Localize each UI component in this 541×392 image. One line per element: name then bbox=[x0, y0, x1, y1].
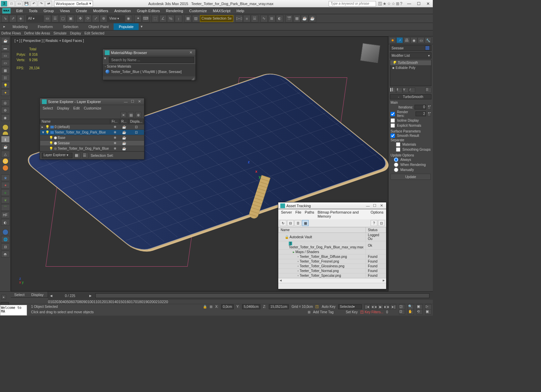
snap-icon[interactable]: ⊞ bbox=[210, 305, 212, 309]
keymode-dropdown[interactable]: Selected ▾ bbox=[338, 304, 362, 309]
tab-populate[interactable]: Populate bbox=[114, 23, 138, 30]
cylinder-icon[interactable]: ▮ bbox=[1, 136, 10, 143]
calc-icon[interactable]: ☷ bbox=[1, 74, 10, 81]
update-always-radio[interactable] bbox=[394, 157, 398, 162]
layers-icon[interactable]: ☱ bbox=[251, 15, 258, 22]
mirror-icon[interactable]: ▷◁ bbox=[235, 15, 243, 22]
asset-row[interactable]: ▫ Teeter_Totter_Normal.pngFound bbox=[279, 269, 386, 273]
iterations-spinner[interactable]: 0 bbox=[415, 105, 426, 109]
layer-row[interactable]: ▼💡Teeter_Totter_for_Dog_Park_Blue❄☕⊡ bbox=[40, 130, 144, 135]
spiral-icon[interactable]: ◉ bbox=[1, 114, 10, 121]
close-icon[interactable]: ✕ bbox=[188, 50, 193, 55]
z-coord[interactable]: 15,0521cm bbox=[269, 304, 289, 309]
select-icon[interactable]: ▭ bbox=[44, 15, 51, 22]
list-icon[interactable]: ☰ bbox=[295, 220, 301, 226]
configure-icon[interactable]: ☰ bbox=[425, 88, 431, 93]
align-icon[interactable]: ≡ bbox=[243, 15, 251, 22]
menu-modifiers[interactable]: Modifiers bbox=[90, 8, 111, 14]
setkey-button[interactable]: Set Key bbox=[346, 310, 358, 314]
mat-search[interactable]: Search by Name ... bbox=[109, 57, 194, 63]
orange-icon[interactable] bbox=[2, 165, 8, 171]
tab-modeling[interactable]: Modeling bbox=[7, 23, 33, 30]
star-icon[interactable]: ☆ bbox=[387, 1, 391, 6]
tab-selection[interactable]: Selection bbox=[58, 23, 83, 30]
asset-row[interactable]: ▫ Teeter_Totter_Blue_Diffuse.pngFound bbox=[279, 254, 386, 259]
menu-customize[interactable]: Customize bbox=[187, 8, 210, 14]
menu-rendering[interactable]: Rendering bbox=[163, 8, 186, 14]
col-name[interactable]: Name bbox=[40, 119, 110, 124]
time-slider[interactable]: ◄ 0 / 225 ► bbox=[48, 292, 433, 300]
show-result-icon[interactable]: Ⅱ bbox=[396, 88, 402, 93]
viewport-label[interactable]: [ + ] [ Perspective ] [ Realistic + Edge… bbox=[15, 39, 84, 43]
menu-bitmap[interactable]: Bitmap Performance and Memory bbox=[317, 210, 367, 218]
explorer-type-dropdown[interactable]: Layer Explorer ▾ bbox=[42, 153, 72, 158]
window-crossing-icon[interactable]: ▣ bbox=[67, 15, 74, 22]
spinner-arrows[interactable]: ▲▼ bbox=[427, 105, 431, 109]
render-iters-spinner[interactable]: 2 bbox=[416, 112, 426, 116]
menu-select[interactable]: Select bbox=[43, 106, 53, 110]
simulate[interactable]: Simulate bbox=[53, 31, 67, 35]
tab-objectpaint[interactable]: Object Paint bbox=[84, 23, 114, 30]
menu-options[interactable]: Options bbox=[371, 210, 383, 218]
link-icon[interactable]: ⇘ bbox=[1, 15, 9, 22]
rect-select-icon[interactable]: ▢ bbox=[59, 15, 67, 22]
col-display[interactable]: Displa... bbox=[128, 119, 144, 124]
add-time-tag[interactable]: Add Time Tag bbox=[313, 310, 334, 314]
modifier-turbosmooth[interactable]: 💡 TurboSmooth bbox=[390, 60, 431, 65]
sun-icon[interactable]: ☀ bbox=[2, 158, 8, 164]
grid-icon[interactable]: ▦ bbox=[1, 67, 10, 74]
menu-file[interactable]: File bbox=[295, 210, 301, 218]
gear-icon[interactable]: ⚙ bbox=[1, 107, 10, 114]
named-selection-dropdown[interactable]: Create Selection Se bbox=[200, 15, 233, 22]
workspace-dropdown[interactable]: Workspace: Default ▾ bbox=[54, 1, 93, 7]
grass-icon[interactable]: ⺿ bbox=[1, 204, 10, 211]
snap-icon[interactable]: ⬚ bbox=[151, 15, 159, 22]
placement-icon[interactable]: ⊕ bbox=[100, 15, 107, 22]
asset-row[interactable]: ▫ Teeter_Totter_Fresnel.pngFound bbox=[279, 259, 386, 264]
display-tab-icon[interactable]: ▭ bbox=[418, 37, 424, 43]
bush-icon[interactable]: ❦ bbox=[1, 197, 10, 203]
blue-ball-icon[interactable] bbox=[2, 229, 8, 235]
object-row[interactable]: 💡Seesaw❄☕ bbox=[40, 141, 144, 146]
tree-icon[interactable]: ⊟ bbox=[287, 220, 294, 226]
utilities-tab-icon[interactable]: 🔧 bbox=[425, 37, 431, 43]
star-icon[interactable]: ★ bbox=[383, 1, 386, 6]
pin-stack-icon[interactable]: ▌▎ bbox=[390, 88, 396, 93]
keymode-icon[interactable]: ⌨ bbox=[142, 15, 149, 22]
smooth-result-check[interactable] bbox=[391, 133, 395, 138]
close-icon[interactable]: ✕ bbox=[379, 203, 384, 208]
layer-row[interactable]: ▸💡0 (default)❄☕⊡ bbox=[40, 124, 144, 130]
col-render[interactable]: R... bbox=[120, 119, 128, 124]
manip-icon[interactable]: ✦ bbox=[134, 15, 142, 22]
render-icon[interactable]: ☕ bbox=[301, 15, 308, 22]
shape-icon[interactable]: ◐ bbox=[1, 219, 10, 226]
time-ruler[interactable]: 0102030405060708090100110120130140150160… bbox=[48, 300, 433, 304]
modify-tab-icon[interactable]: ↗ bbox=[396, 37, 403, 43]
make-unique-icon[interactable]: ∀ bbox=[403, 88, 409, 93]
redo-icon[interactable]: ↷ bbox=[38, 1, 45, 7]
resize-grip[interactable]: ◢ bbox=[103, 76, 195, 80]
menu-tools[interactable]: Tools bbox=[26, 8, 40, 14]
open-icon[interactable]: ▭ bbox=[16, 1, 22, 7]
menu-customize[interactable]: Customize bbox=[84, 106, 101, 110]
frame-field[interactable]: 0 bbox=[386, 310, 396, 314]
table-icon[interactable]: ▦ bbox=[302, 220, 309, 226]
teapot-icon[interactable]: ☕ bbox=[1, 37, 10, 44]
time-tag-icon[interactable]: ⊞ bbox=[308, 310, 310, 314]
asset-row[interactable]: ▫ Teeter_Totter_Specular.pngFound bbox=[279, 273, 386, 278]
new-layer-icon[interactable]: ▤ bbox=[128, 112, 134, 118]
close-icon[interactable]: ✕ bbox=[137, 99, 142, 104]
goto-end-icon[interactable]: ►| bbox=[390, 304, 396, 310]
remove-mod-icon[interactable]: ⅈ bbox=[409, 88, 415, 93]
materials-check[interactable] bbox=[396, 142, 400, 147]
x-coord[interactable]: 0,0cm bbox=[221, 304, 234, 309]
scale-icon[interactable]: ⤢ bbox=[92, 15, 99, 22]
particle-icon[interactable]: ※ bbox=[1, 174, 10, 181]
hf-icon[interactable]: HF bbox=[1, 212, 10, 218]
sphere-icon[interactable] bbox=[2, 124, 8, 130]
material-item[interactable]: Teeter_Totter_Blue ( VRayMtl ) [Base, Se… bbox=[103, 69, 195, 74]
render-setup-icon[interactable]: 🎬 bbox=[285, 15, 293, 22]
curve-editor-icon[interactable]: ∿ bbox=[260, 15, 268, 22]
tree-icon[interactable]: ♣ bbox=[1, 189, 10, 196]
named-sel-icon[interactable]: ▦ bbox=[184, 15, 192, 22]
